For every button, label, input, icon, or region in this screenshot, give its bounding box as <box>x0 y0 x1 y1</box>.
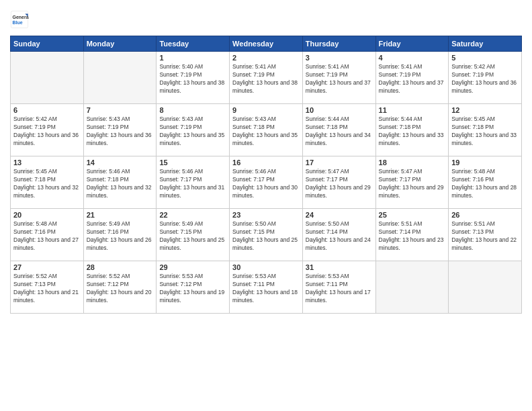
calendar-cell: 18Sunrise: 5:47 AM Sunset: 7:17 PM Dayli… <box>375 156 449 209</box>
day-number: 17 <box>306 158 373 167</box>
day-info: Sunrise: 5:47 AM Sunset: 7:17 PM Dayligh… <box>306 168 373 200</box>
svg-text:General: General <box>13 15 30 19</box>
day-info: Sunrise: 5:46 AM Sunset: 7:17 PM Dayligh… <box>159 168 226 200</box>
day-number: 3 <box>306 54 373 62</box>
calendar-cell: 24Sunrise: 5:50 AM Sunset: 7:14 PM Dayli… <box>302 209 375 261</box>
header-tuesday: Tuesday <box>157 36 230 52</box>
calendar-cell: 31Sunrise: 5:53 AM Sunset: 7:11 PM Dayli… <box>302 261 375 314</box>
calendar-cell: 23Sunrise: 5:50 AM Sunset: 7:15 PM Dayli… <box>230 209 303 261</box>
header-friday: Friday <box>375 36 449 52</box>
day-number: 19 <box>451 158 519 167</box>
calendar-header-row: SundayMondayTuesdayWednesdayThursdayFrid… <box>11 36 522 52</box>
day-info: Sunrise: 5:50 AM Sunset: 7:15 PM Dayligh… <box>232 220 300 253</box>
day-number: 29 <box>159 263 226 271</box>
day-info: Sunrise: 5:46 AM Sunset: 7:18 PM Dayligh… <box>87 168 154 200</box>
calendar-week-5: 27Sunrise: 5:52 AM Sunset: 7:13 PM Dayli… <box>11 261 522 314</box>
day-number: 9 <box>232 106 300 114</box>
day-info: Sunrise: 5:48 AM Sunset: 7:16 PM Dayligh… <box>13 220 81 253</box>
day-number: 28 <box>87 263 154 271</box>
calendar-cell <box>375 261 449 314</box>
svg-text:Blue: Blue <box>13 20 23 25</box>
day-number: 30 <box>232 263 300 271</box>
day-info: Sunrise: 5:53 AM Sunset: 7:12 PM Dayligh… <box>159 273 226 305</box>
day-number: 15 <box>159 158 226 167</box>
calendar-cell: 3Sunrise: 5:41 AM Sunset: 7:19 PM Daylig… <box>302 52 375 104</box>
calendar-cell <box>11 52 84 104</box>
day-number: 23 <box>232 211 300 219</box>
calendar-cell: 21Sunrise: 5:49 AM Sunset: 7:16 PM Dayli… <box>83 209 157 261</box>
day-number: 20 <box>13 211 81 219</box>
calendar-cell: 14Sunrise: 5:46 AM Sunset: 7:18 PM Dayli… <box>83 156 157 209</box>
day-number: 18 <box>379 158 446 167</box>
day-info: Sunrise: 5:53 AM Sunset: 7:11 PM Dayligh… <box>306 273 373 305</box>
day-info: Sunrise: 5:43 AM Sunset: 7:19 PM Dayligh… <box>159 116 226 148</box>
calendar-cell: 22Sunrise: 5:49 AM Sunset: 7:15 PM Dayli… <box>157 209 230 261</box>
calendar-cell: 20Sunrise: 5:48 AM Sunset: 7:16 PM Dayli… <box>11 209 84 261</box>
calendar-cell: 16Sunrise: 5:46 AM Sunset: 7:17 PM Dayli… <box>230 156 303 209</box>
calendar-cell: 25Sunrise: 5:51 AM Sunset: 7:14 PM Dayli… <box>375 209 449 261</box>
header-wednesday: Wednesday <box>230 36 303 52</box>
day-info: Sunrise: 5:53 AM Sunset: 7:11 PM Dayligh… <box>232 273 300 305</box>
header-saturday: Saturday <box>449 36 522 52</box>
calendar-cell: 10Sunrise: 5:44 AM Sunset: 7:18 PM Dayli… <box>302 104 375 156</box>
day-number: 16 <box>232 158 300 167</box>
day-info: Sunrise: 5:41 AM Sunset: 7:19 PM Dayligh… <box>306 63 373 95</box>
svg-rect-0 <box>11 11 28 28</box>
day-number: 22 <box>159 211 226 219</box>
calendar-cell: 9Sunrise: 5:43 AM Sunset: 7:18 PM Daylig… <box>230 104 303 156</box>
calendar-cell: 19Sunrise: 5:48 AM Sunset: 7:16 PM Dayli… <box>449 156 522 209</box>
calendar-table: SundayMondayTuesdayWednesdayThursdayFrid… <box>10 36 522 314</box>
day-number: 1 <box>159 54 226 62</box>
calendar-week-2: 6Sunrise: 5:42 AM Sunset: 7:19 PM Daylig… <box>11 104 522 156</box>
day-number: 2 <box>232 54 300 62</box>
calendar-cell: 13Sunrise: 5:45 AM Sunset: 7:18 PM Dayli… <box>11 156 84 209</box>
day-info: Sunrise: 5:46 AM Sunset: 7:17 PM Dayligh… <box>232 168 300 200</box>
day-info: Sunrise: 5:41 AM Sunset: 7:19 PM Dayligh… <box>379 63 446 95</box>
day-info: Sunrise: 5:45 AM Sunset: 7:18 PM Dayligh… <box>451 116 519 148</box>
calendar-cell: 6Sunrise: 5:42 AM Sunset: 7:19 PM Daylig… <box>11 104 84 156</box>
header-thursday: Thursday <box>302 36 375 52</box>
calendar-cell: 5Sunrise: 5:42 AM Sunset: 7:19 PM Daylig… <box>449 52 522 104</box>
calendar-cell: 1Sunrise: 5:40 AM Sunset: 7:19 PM Daylig… <box>157 52 230 104</box>
day-number: 11 <box>379 106 446 114</box>
calendar-cell: 30Sunrise: 5:53 AM Sunset: 7:11 PM Dayli… <box>230 261 303 314</box>
day-info: Sunrise: 5:42 AM Sunset: 7:19 PM Dayligh… <box>451 63 519 95</box>
day-info: Sunrise: 5:43 AM Sunset: 7:18 PM Dayligh… <box>232 116 300 148</box>
day-info: Sunrise: 5:41 AM Sunset: 7:19 PM Dayligh… <box>232 63 300 95</box>
calendar-week-1: 1Sunrise: 5:40 AM Sunset: 7:19 PM Daylig… <box>11 52 522 104</box>
calendar-week-4: 20Sunrise: 5:48 AM Sunset: 7:16 PM Dayli… <box>11 209 522 261</box>
day-info: Sunrise: 5:52 AM Sunset: 7:13 PM Dayligh… <box>13 273 81 305</box>
day-number: 21 <box>87 211 154 219</box>
calendar-cell <box>449 261 522 314</box>
day-info: Sunrise: 5:40 AM Sunset: 7:19 PM Dayligh… <box>159 63 226 95</box>
day-info: Sunrise: 5:49 AM Sunset: 7:16 PM Dayligh… <box>87 220 154 253</box>
calendar-cell: 4Sunrise: 5:41 AM Sunset: 7:19 PM Daylig… <box>375 52 449 104</box>
calendar-cell: 11Sunrise: 5:44 AM Sunset: 7:18 PM Dayli… <box>375 104 449 156</box>
day-number: 10 <box>306 106 373 114</box>
day-number: 6 <box>13 106 81 114</box>
day-number: 26 <box>451 211 519 219</box>
calendar-cell: 28Sunrise: 5:52 AM Sunset: 7:12 PM Dayli… <box>83 261 157 314</box>
logo-icon: General Blue <box>10 10 29 29</box>
header-sunday: Sunday <box>11 36 84 52</box>
calendar-cell: 27Sunrise: 5:52 AM Sunset: 7:13 PM Dayli… <box>11 261 84 314</box>
day-info: Sunrise: 5:49 AM Sunset: 7:15 PM Dayligh… <box>159 220 226 253</box>
calendar-cell: 15Sunrise: 5:46 AM Sunset: 7:17 PM Dayli… <box>157 156 230 209</box>
day-info: Sunrise: 5:51 AM Sunset: 7:14 PM Dayligh… <box>379 220 446 253</box>
day-number: 25 <box>379 211 446 219</box>
calendar-cell: 8Sunrise: 5:43 AM Sunset: 7:19 PM Daylig… <box>157 104 230 156</box>
day-number: 13 <box>13 158 81 167</box>
page-header: General Blue <box>10 10 522 29</box>
day-info: Sunrise: 5:43 AM Sunset: 7:19 PM Dayligh… <box>87 116 154 148</box>
calendar-week-3: 13Sunrise: 5:45 AM Sunset: 7:18 PM Dayli… <box>11 156 522 209</box>
day-info: Sunrise: 5:44 AM Sunset: 7:18 PM Dayligh… <box>306 116 373 148</box>
day-info: Sunrise: 5:50 AM Sunset: 7:14 PM Dayligh… <box>306 220 373 253</box>
day-number: 12 <box>451 106 519 114</box>
day-number: 24 <box>306 211 373 219</box>
calendar-cell: 26Sunrise: 5:51 AM Sunset: 7:13 PM Dayli… <box>449 209 522 261</box>
day-info: Sunrise: 5:52 AM Sunset: 7:12 PM Dayligh… <box>87 273 154 305</box>
calendar-cell: 12Sunrise: 5:45 AM Sunset: 7:18 PM Dayli… <box>449 104 522 156</box>
day-number: 31 <box>306 263 373 271</box>
header-monday: Monday <box>83 36 157 52</box>
calendar-cell: 7Sunrise: 5:43 AM Sunset: 7:19 PM Daylig… <box>83 104 157 156</box>
